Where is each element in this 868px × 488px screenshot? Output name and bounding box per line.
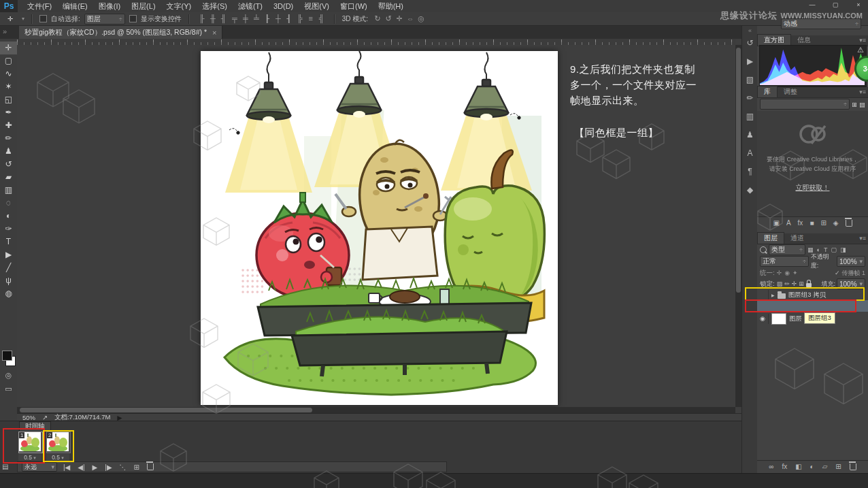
menu-item[interactable]: 图像(I) (93, 2, 126, 10)
3d-scale-icon[interactable]: ◎ (416, 14, 427, 23)
align-horizontal-centers-icon[interactable]: ╫ (207, 14, 218, 22)
tab-libraries[interactable]: 库 (757, 86, 778, 97)
filter-adjustment-layers-icon[interactable]: ◐ (817, 246, 820, 253)
filter-smart-objects-icon[interactable]: ◨ (840, 246, 846, 253)
duplicate-frame-button[interactable]: ⊞ (134, 463, 139, 471)
new-adjustment-layer-button[interactable]: ◐ (810, 463, 814, 470)
actions-panel-icon[interactable]: ▶ (744, 56, 756, 67)
previous-frame-button[interactable]: ◀| (78, 463, 84, 471)
distribute-top-icon[interactable]: ╠ (295, 14, 305, 22)
3d-panel-icon[interactable]: ◆ (744, 185, 756, 195)
delete-layer-button[interactable] (850, 463, 856, 470)
timeline-tab[interactable]: 时间轴 (19, 421, 51, 431)
tab-channels[interactable]: 通道 (784, 233, 810, 244)
vertical-scrollbar[interactable] (735, 45, 741, 407)
layer-name[interactable]: 图层 (789, 314, 802, 323)
distribute-middle-icon[interactable]: ≡ (305, 14, 316, 22)
tab-histogram[interactable]: 直方图 (757, 34, 791, 46)
menu-item[interactable]: 3D(D) (268, 2, 299, 10)
menu-item[interactable]: 文字(Y) (161, 2, 197, 10)
unify-visibility-icon[interactable]: ◉ (784, 270, 790, 276)
panel-menu-icon[interactable]: ▾≡ (859, 37, 866, 44)
vertical-scrollbar-thumb[interactable] (736, 48, 741, 293)
zoom-tool[interactable]: ◍ (0, 287, 17, 300)
paragraph-panel-icon[interactable]: ¶ (744, 167, 756, 177)
menu-item[interactable]: 图层(L) (126, 2, 161, 10)
distribute-right-icon[interactable]: ┨ (284, 14, 295, 23)
lock-position-icon[interactable]: ✛ (792, 280, 797, 287)
3d-rotate-icon[interactable]: ↻ (372, 14, 383, 23)
first-frame-button[interactable]: |◀ (63, 463, 70, 471)
menu-item[interactable]: 文件(F) (22, 2, 57, 10)
auto-select-checkbox[interactable] (39, 15, 47, 22)
visibility-toggle[interactable]: ◉ (757, 314, 769, 324)
history-panel-icon[interactable]: ↺ (744, 38, 756, 48)
animation-frame-1[interactable]: 1 0.5 ▾ (18, 432, 41, 461)
restore-button[interactable]: ▢ (829, 0, 842, 10)
share-icon[interactable]: ↗ (42, 414, 48, 421)
layer-style-button[interactable]: fx (782, 463, 787, 470)
canvas[interactable] (201, 51, 558, 405)
layer-row-group-copy[interactable]: ▶ 图层组3 拷贝 (757, 289, 868, 301)
brush-panel-icon[interactable]: ✏ (744, 93, 756, 103)
delete-library-item-button[interactable] (846, 220, 852, 227)
chevrons-icon[interactable]: » (3, 27, 7, 35)
grid-view-icon[interactable]: ⊞ (852, 101, 857, 108)
hand-tool[interactable]: ψ (0, 274, 17, 287)
list-view-icon[interactable]: ▤ (859, 101, 865, 108)
pasteboard[interactable]: 9.之后我们把文件夹也复制 多一个，一个文件夹对应一 帧地显示出来。 【同色框是… (17, 45, 735, 407)
layer-name[interactable]: 图层组3 拷贝 (788, 291, 826, 299)
horizontal-scrollbar[interactable] (17, 407, 735, 413)
opacity-dropdown[interactable]: 100% ▾ (837, 256, 865, 267)
menu-item[interactable]: 选择(S) (197, 2, 233, 10)
loop-count-dropdown[interactable]: 永远 ▾ (22, 462, 57, 472)
play-button[interactable]: ▶ (93, 463, 98, 471)
filter-pixel-layers-icon[interactable]: ▦ (807, 246, 814, 253)
3d-roll-icon[interactable]: ↺ (383, 14, 394, 23)
lock-all-icon[interactable] (806, 283, 812, 287)
add-layer-style-button[interactable]: fx (798, 219, 803, 227)
add-layer-mask-button[interactable]: ◧ (795, 463, 801, 470)
lock-image-icon[interactable]: ✏ (784, 280, 790, 287)
dodge-tool[interactable]: ◐ (0, 210, 17, 223)
distribute-centers-icon[interactable]: ┼ (273, 14, 284, 22)
library-selector-dropdown[interactable]: ÷ (760, 99, 850, 110)
lock-artboard-icon[interactable]: ⊞ (799, 280, 804, 287)
visibility-toggle[interactable] (757, 290, 769, 300)
character-panel-icon[interactable]: A (744, 148, 756, 159)
current-tool-icon[interactable]: ✛ (3, 15, 18, 22)
convert-to-video-timeline-button[interactable]: ▤ (2, 463, 8, 470)
line-tool[interactable]: ╱ (0, 261, 17, 274)
layer-thumbnail[interactable] (771, 313, 786, 325)
close-tab-icon[interactable]: × (212, 29, 216, 37)
type-tool[interactable]: T (0, 235, 17, 248)
adobe-stock-button[interactable]: ◈ (833, 219, 839, 227)
expand-panels-icon[interactable]: « (742, 27, 758, 34)
tween-button[interactable]: ⋱ (120, 463, 127, 471)
frame-delay-dropdown[interactable]: 0.5 ▾ (46, 454, 69, 461)
brush-presets-panel-icon[interactable]: ▧ (744, 75, 756, 85)
distribute-bottom-icon[interactable]: ╣ (316, 14, 327, 22)
lasso-tool[interactable]: ∿ (0, 67, 17, 80)
tab-info[interactable]: 信息 (791, 35, 817, 46)
unify-style-icon[interactable]: ✦ (792, 270, 798, 276)
move-tool[interactable]: ✛ (0, 42, 17, 54)
3d-slide-icon[interactable]: ⇔ (405, 14, 416, 22)
document-tab[interactable]: 秒置gig教程（家纹CD）.psd @ 50% (图层组3, RGB/8#) *… (19, 26, 222, 39)
brush-tool[interactable]: ✏ (0, 132, 17, 145)
new-group-button[interactable]: ▱ (822, 463, 828, 470)
distribute-left-icon[interactable]: ┠ (262, 14, 273, 23)
eyedropper-tool[interactable]: ✒ (0, 106, 17, 119)
animation-frame-2[interactable]: 2 0.5 ▾ (46, 432, 69, 461)
blend-mode-dropdown[interactable]: 正常 ÷ (760, 256, 809, 267)
fill-dropdown[interactable]: 100% ▾ (837, 278, 865, 289)
minimize-button[interactable]: — (805, 0, 819, 10)
panel-menu-icon[interactable]: ▾≡ (859, 235, 866, 242)
path-selection-tool[interactable]: ▶ (0, 248, 17, 261)
history-brush-tool[interactable]: ↺ (0, 158, 17, 171)
unify-position-icon[interactable]: ✛ (777, 270, 782, 276)
new-layer-button[interactable]: ⊞ (835, 463, 841, 470)
blur-tool[interactable]: ◌ (0, 197, 17, 210)
show-transform-checkbox[interactable] (129, 15, 137, 22)
delete-frame-button[interactable] (147, 463, 154, 470)
